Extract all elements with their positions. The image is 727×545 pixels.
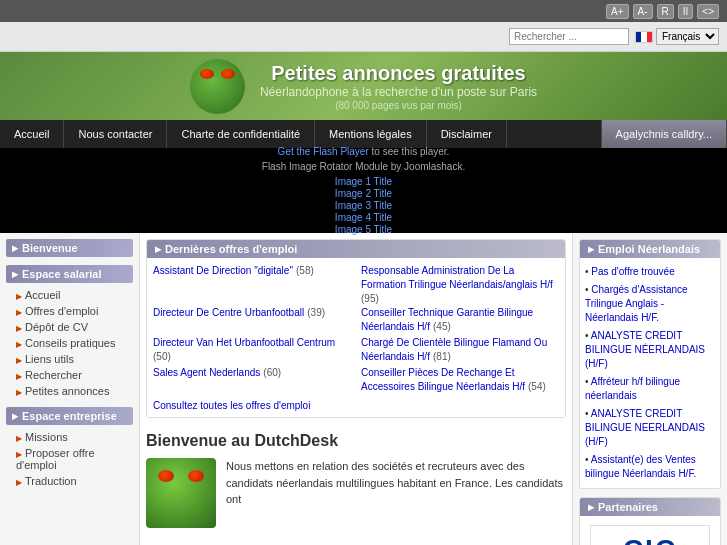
emploi-neerlandais-box: Emploi Néerlandais Pas d'offre trouvée C… — [579, 239, 721, 489]
language-selector: Français — [635, 28, 719, 45]
pause-button[interactable]: II — [678, 4, 694, 19]
emploi-neerlandais-body: Pas d'offre trouvée Chargés d'Assistance… — [580, 258, 720, 488]
job-link-8[interactable]: Conseiller Pièces De Rechange Et Accesso… — [361, 367, 525, 392]
sidebar-link-proposer-offre[interactable]: Proposer offre d'emploi — [6, 445, 133, 473]
job-link-3[interactable]: Directeur De Centre Urbanfootball — [153, 307, 304, 318]
flash-player-label: to see this player. — [372, 146, 450, 157]
job-count-6: (81) — [433, 351, 451, 362]
flash-image-link-4[interactable]: Image 4 Title — [335, 212, 392, 223]
emploi-neerlandais-header: Emploi Néerlandais — [580, 240, 720, 258]
partenaires-body: CIC — [580, 516, 720, 545]
sidebar-link-conseils[interactable]: Conseils pratiques — [6, 335, 133, 351]
sidebar-link-liens[interactable]: Liens utils — [6, 351, 133, 367]
nav-bar: Accueil Nous contacter Charte de confide… — [0, 120, 727, 148]
flash-player-text: Get the Flash Player to see this player. — [278, 146, 450, 157]
sidebar-bienvenue-group: Bienvenue — [6, 239, 133, 257]
job-count-8: (54) — [528, 381, 546, 392]
job-item-4: Conseiller Technique Garantie Bilingue N… — [361, 306, 559, 334]
nav-charte[interactable]: Charte de confidentialité — [167, 120, 315, 148]
center-content: Dernières offres d'emploi Assistant De D… — [140, 233, 572, 545]
sidebar-link-offres-emploi[interactable]: Offres d'emploi — [6, 303, 133, 319]
sidebar-link-petites-annonces[interactable]: Petites annonces — [6, 383, 133, 399]
flag-french-icon — [635, 31, 653, 43]
job-item-3: Directeur De Centre Urbanfootball (39) — [153, 306, 351, 334]
emploi-link-2[interactable]: ANALYSTE CREDIT BILINGUE NÉERLANDAIS (H/… — [585, 327, 715, 373]
flash-image-links: Image 1 Title Image 2 Title Image 3 Titl… — [335, 176, 392, 235]
emploi-link-4[interactable]: ANALYSTE CREDIT BILINGUE NEERLANDAIS (H/… — [585, 405, 715, 451]
cic-logo-text: CIC — [623, 534, 677, 545]
offres-emploi-header: Dernières offres d'emploi — [147, 240, 565, 258]
sidebar-link-traduction[interactable]: Traduction — [6, 473, 133, 489]
job-link-1[interactable]: Assistant De Direction "digitale" — [153, 265, 293, 276]
bienvenue-section: Bienvenue au DutchDesk Nous mettons en r… — [146, 426, 566, 534]
job-item-7: Sales Agent Nederlands (60) — [153, 366, 351, 394]
language-dropdown[interactable]: Français — [656, 28, 719, 45]
get-flash-player-link[interactable]: Get the Flash Player — [278, 146, 369, 157]
banner-note: (80 000 pages vus par mois) — [335, 100, 462, 111]
banner-frog-image — [190, 59, 245, 114]
job-item-8: Conseiller Pièces De Rechange Et Accesso… — [361, 366, 559, 394]
reset-button[interactable]: R — [657, 4, 674, 19]
nav-mentions[interactable]: Mentions légales — [315, 120, 427, 148]
search-bar: Français — [0, 22, 727, 52]
banner-subtitle: Néerlandophone à la recherche d'un poste… — [260, 85, 537, 99]
banner: Petites annonces gratuites Néerlandophon… — [0, 52, 727, 120]
code-button[interactable]: <> — [697, 4, 719, 19]
flash-image-link-3[interactable]: Image 3 Title — [335, 200, 392, 211]
job-item-5: Directeur Van Het Urbanfootball Centrum … — [153, 336, 351, 364]
job-count-4: (45) — [433, 321, 451, 332]
offres-emploi-body: Assistant De Direction "digitale" (58) R… — [147, 258, 565, 417]
all-jobs-link[interactable]: Consultez toutes les offres d'emploi — [153, 400, 559, 411]
job-item-1: Assistant De Direction "digitale" (58) — [153, 264, 351, 304]
left-sidebar: Bienvenue Espace salarial Accueil Offres… — [0, 233, 140, 545]
sidebar-espace-entreprise-title: Espace entreprise — [6, 407, 133, 425]
partenaires-box: Partenaires CIC — [579, 497, 721, 545]
offres-emploi-box: Dernières offres d'emploi Assistant De D… — [146, 239, 566, 418]
nav-accueil[interactable]: Accueil — [0, 120, 64, 148]
emploi-link-0[interactable]: Pas d'offre trouvée — [585, 263, 715, 281]
job-link-6[interactable]: Chargé De Clientèle Bilingue Flamand Ou … — [361, 337, 547, 362]
sidebar-link-missions[interactable]: Missions — [6, 429, 133, 445]
banner-title: Petites annonces gratuites — [260, 62, 537, 85]
job-link-2[interactable]: Responsable Administration De La Formati… — [361, 265, 553, 290]
emploi-link-5[interactable]: Assistant(e) des Ventes bilingue Néerlan… — [585, 451, 715, 483]
job-item-2: Responsable Administration De La Formati… — [361, 264, 559, 304]
job-count-3: (39) — [307, 307, 325, 318]
right-sidebar: Emploi Néerlandais Pas d'offre trouvée C… — [572, 233, 727, 545]
flash-area: Get the Flash Player to see this player.… — [0, 148, 727, 233]
bienvenue-section-title: Bienvenue au DutchDesk — [146, 432, 566, 450]
search-input[interactable] — [509, 28, 629, 45]
flash-image-link-2[interactable]: Image 2 Title — [335, 188, 392, 199]
cic-logo: CIC — [590, 525, 710, 545]
nav-contact[interactable]: Nous contacter — [64, 120, 167, 148]
emploi-link-1[interactable]: Chargés d'Assistance Trilingue Anglais -… — [585, 281, 715, 327]
job-link-5[interactable]: Directeur Van Het Urbanfootball Centrum — [153, 337, 335, 348]
font-increase-button[interactable]: A+ — [606, 4, 629, 19]
job-item-6: Chargé De Clientèle Bilingue Flamand Ou … — [361, 336, 559, 364]
job-count-7: (60) — [263, 367, 281, 378]
sidebar-espace-entreprise-group: Espace entreprise Missions Proposer offr… — [6, 407, 133, 489]
flash-image-link-1[interactable]: Image 1 Title — [335, 176, 392, 187]
job-count-1: (58) — [296, 265, 314, 276]
banner-text: Petites annonces gratuites Néerlandophon… — [260, 62, 537, 111]
top-toolbar: A+ A- R II <> — [0, 0, 727, 22]
sidebar-link-rechercher[interactable]: Rechercher — [6, 367, 133, 383]
nav-agalychnis[interactable]: Agalychnis calldry... — [601, 120, 727, 148]
job-count-2: (95) — [361, 293, 379, 304]
bienvenue-body: Nous mettons en relation des sociétés et… — [146, 458, 566, 528]
job-grid: Assistant De Direction "digitale" (58) R… — [153, 264, 559, 394]
sidebar-link-accueil[interactable]: Accueil — [6, 287, 133, 303]
sidebar-bienvenue-title: Bienvenue — [6, 239, 133, 257]
font-decrease-button[interactable]: A- — [633, 4, 653, 19]
partenaires-header: Partenaires — [580, 498, 720, 516]
flash-rotator-text: Flash Image Rotator Module by Joomlashac… — [262, 161, 465, 172]
sidebar-espace-salarial-group: Espace salarial Accueil Offres d'emploi … — [6, 265, 133, 399]
sidebar-link-depot-cv[interactable]: Dépôt de CV — [6, 319, 133, 335]
emploi-link-3[interactable]: Affréteur h/f bilingue néerlandais — [585, 373, 715, 405]
bienvenue-frog-image — [146, 458, 216, 528]
job-link-7[interactable]: Sales Agent Nederlands — [153, 367, 260, 378]
nav-disclaimer[interactable]: Disclaimer — [427, 120, 507, 148]
job-count-5: (50) — [153, 351, 171, 362]
sidebar-espace-salarial-title: Espace salarial — [6, 265, 133, 283]
bienvenue-text: Nous mettons en relation des sociétés et… — [226, 458, 566, 508]
